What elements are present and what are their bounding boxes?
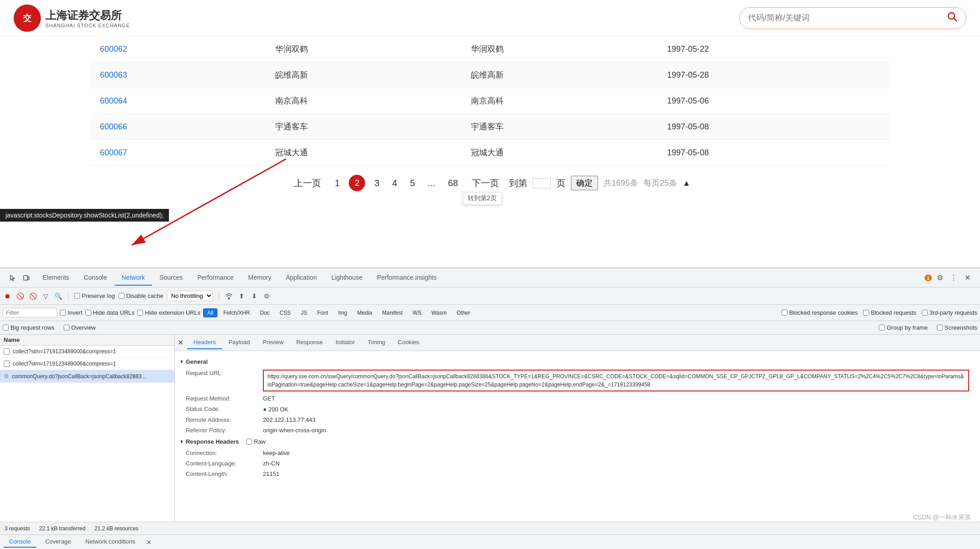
devtools-tab-lighthouse[interactable]: Lighthouse [324,270,370,286]
page-3[interactable]: 3 [371,176,383,190]
settings-icon[interactable]: ⚙ [935,272,945,283]
page-68[interactable]: 68 [445,176,462,190]
invert-checkbox-label[interactable]: Invert [60,309,83,316]
upload-icon[interactable]: ⬆ [237,292,246,301]
detail-tab-payload[interactable]: Payload [222,336,256,349]
request-item[interactable]: ⚙ commonQuery.do?jsonCallBack=jsonpCallb… [0,370,174,383]
blocked-requests-checkbox[interactable] [863,310,869,316]
hide-extension-urls-label[interactable]: Hide extension URLs [137,309,200,316]
prev-page-btn[interactable]: 上一页 [289,175,326,191]
screenshots-checkbox[interactable] [937,325,943,331]
raw-checkbox[interactable] [246,439,252,445]
blocked-response-cookies-label[interactable]: Blocked response cookies [782,309,858,316]
devtools-tab-sources[interactable]: Sources [152,270,190,286]
request-item[interactable]: collect?stm=1719123489000&compress=1 [0,346,174,358]
blocked-requests-label[interactable]: Blocked requests [863,309,916,316]
req-checkbox[interactable] [4,348,10,355]
detail-tab-headers[interactable]: Headers [187,336,222,349]
group-by-frame-label[interactable]: Group by frame [879,324,927,331]
devtools-tab-console[interactable]: Console [76,270,114,286]
req-checkbox[interactable] [4,361,10,367]
detail-tab-response[interactable]: Response [290,336,329,349]
filter-type-media[interactable]: Media [353,308,376,317]
stop-icon[interactable]: 🚫 [15,292,25,301]
group-by-frame-checkbox[interactable] [879,325,885,331]
search-network-icon[interactable]: 🔍 [54,292,63,301]
filter-type-ws[interactable]: WS [409,308,426,317]
screenshots-label[interactable]: Screenshots [937,324,977,331]
page-1[interactable]: 1 [331,176,343,190]
device-icon[interactable] [21,272,32,283]
general-section-header[interactable]: ▼ General [175,356,980,368]
raw-checkbox-label[interactable]: Raw [246,438,266,445]
settings2-icon[interactable]: ⚙ [262,292,272,301]
big-request-rows-checkbox[interactable] [3,325,9,331]
detail-close-btn[interactable]: ✕ [178,338,183,347]
devtools-tab-performance[interactable]: Performance [190,270,241,286]
filter-type-img[interactable]: Img [334,308,351,317]
coverage-bottom-tab[interactable]: Coverage [40,536,76,548]
third-party-requests-label[interactable]: 3rd-party requests [922,309,978,316]
filter-type-css[interactable]: CSS [276,308,295,317]
stock-code[interactable]: 600066 [91,114,266,140]
stock-code[interactable]: 600062 [91,36,266,62]
console-bottom-tab[interactable]: Console [4,536,36,548]
close-bottom-tab[interactable]: ✕ [146,539,152,546]
devtools-tab-elements[interactable]: Elements [35,270,76,286]
search-input[interactable] [748,13,947,23]
hide-data-urls-checkbox[interactable] [85,310,91,316]
devtools-tab-memory[interactable]: Memory [241,270,279,286]
preserve-log-checkbox[interactable] [74,293,80,299]
network-conditions-bottom-tab[interactable]: Network conditions [80,536,141,548]
filter-icon[interactable]: ▽ [41,292,50,301]
request-url-value[interactable]: https://query.sse.com.cn/sseQuery/common… [263,370,969,391]
next-page-btn[interactable]: 下一页 [467,175,504,191]
stock-code[interactable]: 600063 [91,62,266,88]
hide-extension-urls-checkbox[interactable] [137,310,143,316]
download-icon[interactable]: ⬇ [250,292,259,301]
filter-type-wasm[interactable]: Wasm [427,308,451,317]
record-icon[interactable]: ⏺ [3,292,12,301]
filter-input[interactable] [3,308,57,317]
overview-checkbox[interactable] [64,325,69,331]
disable-cache-checkbox-label[interactable]: Disable cache [119,292,163,299]
pointer-icon[interactable] [7,272,18,283]
close-devtools-icon[interactable]: ✕ [962,272,973,283]
third-party-requests-checkbox[interactable] [922,310,928,316]
detail-tab-timing[interactable]: Timing [361,336,392,349]
page-5[interactable]: 5 [406,176,419,190]
hide-data-urls-label[interactable]: Hide data URLs [85,309,135,316]
goto-input[interactable] [533,178,551,188]
filter-type-js[interactable]: JS [297,308,311,317]
filter-type-all[interactable]: All [203,308,217,317]
clear-icon[interactable]: 🚫 [28,292,37,301]
big-request-rows-label[interactable]: Big request rows [3,324,54,331]
request-item[interactable]: collect?stm=1719123489006&compress=1 [0,358,174,370]
devtools-tab-performance-insights[interactable]: Performance insights [370,270,444,286]
overview-label[interactable]: Overview [64,324,96,331]
stock-code[interactable]: 600067 [91,140,266,166]
disable-cache-checkbox[interactable] [119,293,124,299]
throttling-select[interactable]: No throttling [167,291,213,301]
more-icon[interactable]: ⋮ [948,272,959,283]
wifi-icon[interactable] [224,292,233,301]
goto-confirm-btn[interactable]: 确定 [571,176,598,190]
filter-type-font[interactable]: Font [313,308,332,317]
page-4[interactable]: 4 [389,176,401,190]
devtools-tab-application[interactable]: Application [278,270,324,286]
preserve-log-checkbox-label[interactable]: Preserve log [74,292,115,299]
devtools-tab-network[interactable]: Network [114,270,152,286]
response-headers-section-header[interactable]: ▼ Response Headers Raw [175,435,980,448]
page-current[interactable]: 2 [349,175,365,191]
filter-type-fetch/xhr[interactable]: Fetch/XHR [219,308,254,317]
detail-tab-preview[interactable]: Preview [256,336,290,349]
detail-tab-initiator[interactable]: Initiator [329,336,361,349]
detail-tab-cookies[interactable]: Cookies [391,336,426,349]
invert-checkbox[interactable] [60,310,66,316]
filter-type-other[interactable]: Other [452,308,474,317]
search-button[interactable] [947,11,958,25]
stock-code[interactable]: 600064 [91,88,266,114]
filter-type-manifest[interactable]: Manifest [378,308,406,317]
blocked-response-cookies-checkbox[interactable] [782,310,787,316]
filter-type-doc[interactable]: Doc [256,308,273,317]
